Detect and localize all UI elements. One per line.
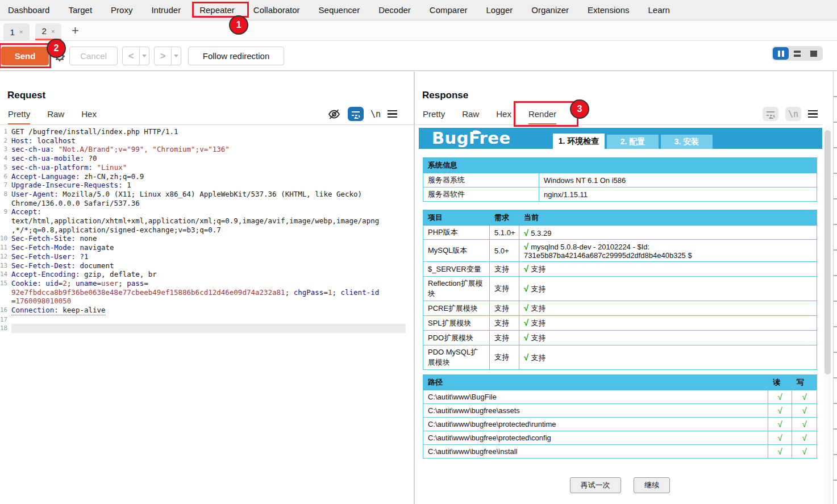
request-line[interactable]: 18 <box>0 324 414 333</box>
request-line[interactable]: 1GET /bugfree/install/index.php HTTP/1.1 <box>0 127 414 136</box>
back-button[interactable]: < <box>123 51 139 62</box>
menu-item-repeater[interactable]: Repeater1 <box>199 5 235 15</box>
word-wrap-toggle[interactable] <box>763 107 778 121</box>
request-line[interactable]: 4sec-ch-ua-mobile: ?0 <box>0 154 414 163</box>
install-step-1[interactable]: 1. 环境检查 <box>553 134 605 149</box>
line-text <box>11 324 406 333</box>
request-line[interactable]: 9Accept: <box>0 207 414 216</box>
path-permission-table: 路径读写C:\autit\www\BugFile√√C:\autit\www\b… <box>423 374 817 459</box>
line-text: sec-ch-ua-platform: "Linux" <box>11 163 127 172</box>
table-row: PHP版本5.1.0+√5.3.29 <box>423 226 817 240</box>
request-line[interactable]: 6Accept-Language: zh-CN,zh;q=0.9 <box>0 172 414 181</box>
eye-off-icon[interactable] <box>327 107 341 121</box>
check-current: √支持 <box>519 262 817 277</box>
newline-toggle[interactable]: \n <box>785 107 801 121</box>
layout-rows-button[interactable] <box>789 47 805 60</box>
path-permission-body: 路径读写C:\autit\www\BugFile√√C:\autit\www\b… <box>423 375 817 459</box>
add-tab-button[interactable]: + <box>72 23 79 38</box>
menu-item-target[interactable]: Target <box>68 5 92 15</box>
menu-item-comparer[interactable]: Comparer <box>430 5 468 15</box>
tab-response-raw[interactable]: Raw <box>462 109 479 125</box>
line-text: Accept-Language: zh-CN,zh;q=0.9 <box>11 172 144 181</box>
burp-repeater-window: DashboardTargetProxyIntruderRepeater1Col… <box>0 0 837 504</box>
check-current-value: 支持 <box>531 265 545 273</box>
menu-item-dashboard[interactable]: Dashboard <box>8 5 49 15</box>
menu-item-logger[interactable]: Logger <box>486 5 513 15</box>
layout-columns-button[interactable] <box>773 47 789 60</box>
forward-button[interactable]: > <box>155 51 171 62</box>
request-line[interactable]: Chrome/136.0.0.0 Safari/537.36 <box>0 199 414 208</box>
continue-button[interactable]: 继续 <box>634 477 670 493</box>
forward-history-dropdown[interactable] <box>171 47 181 65</box>
request-line[interactable]: 8User-Agent: Mozilla/5.0 (X11; Linux x86… <box>0 190 414 199</box>
newline-toggle[interactable]: \n <box>370 109 381 119</box>
request-line[interactable]: 2Host: localhost <box>0 136 414 145</box>
word-wrap-toggle[interactable] <box>348 107 364 121</box>
request-line[interactable]: 5sec-ch-ua-platform: "Linux" <box>0 163 414 172</box>
line-number: 15 <box>0 279 11 288</box>
request-line[interactable]: 12Sec-Fetch-User: ?1 <box>0 252 414 261</box>
install-step-2[interactable]: 2. 配置 <box>607 135 659 149</box>
follow-redirection-button[interactable]: Follow redirection <box>188 47 284 65</box>
tab-response-hex[interactable]: Hex <box>496 109 511 125</box>
close-icon[interactable]: × <box>51 28 55 35</box>
menu-item-sequencer[interactable]: Sequencer <box>319 5 360 15</box>
request-line[interactable]: text/html,application/xhtml+xml,applicat… <box>0 216 414 226</box>
request-line[interactable]: ,*/*;q=0.8,application/signed-exchange;v… <box>0 226 414 235</box>
request-editor[interactable]: 1GET /bugfree/install/index.php HTTP/1.1… <box>0 127 414 333</box>
request-line[interactable]: 17 <box>0 315 414 324</box>
tab-request-pretty[interactable]: Pretty <box>8 109 30 125</box>
request-line[interactable]: =1760098010050 <box>0 297 414 306</box>
retry-button[interactable]: 再试一次 <box>570 477 621 493</box>
cancel-button[interactable]: Cancel <box>69 47 118 65</box>
repeater-tab-row: 1 × 2 × + <box>0 21 837 41</box>
check-current-value: 支持 <box>531 319 545 327</box>
line-number <box>0 216 11 226</box>
read-check-icon: √ <box>768 445 792 459</box>
line-text: User-Agent: Mozilla/5.0 (X11; Linux x86_… <box>11 190 362 199</box>
back-history-dropdown[interactable] <box>139 47 149 65</box>
send-button-wrap: Send 2 <box>1 47 49 65</box>
menu-item-proxy[interactable]: Proxy <box>111 5 132 15</box>
send-button[interactable]: Send <box>1 47 49 65</box>
menu-item-collaborator[interactable]: Collaborator <box>253 5 300 15</box>
menu-item-intruder[interactable]: Intruder <box>151 5 181 15</box>
menu-item-organizer[interactable]: Organizer <box>531 5 569 15</box>
tab-response-pretty[interactable]: Pretty <box>423 109 445 125</box>
request-title: Request <box>7 90 45 101</box>
environment-check-body: 项目需求当前PHP版本5.1.0+√5.3.29MySQL版本5.0+√mysq… <box>423 210 817 370</box>
line-text: Accept: <box>11 207 41 216</box>
check-icon: √ <box>524 352 528 362</box>
editor-menu-icon[interactable] <box>808 110 818 118</box>
wrap-icon <box>351 110 361 119</box>
request-line[interactable]: 92e7fbdcca8b9f36be0638e48e77cbeeb49ef158… <box>0 288 414 297</box>
repeater-tab-2[interactable]: 2 × <box>35 23 61 40</box>
tab-request-raw[interactable]: Raw <box>47 109 64 125</box>
close-icon[interactable]: × <box>19 28 23 35</box>
line-number: 18 <box>0 324 11 333</box>
table-row: Reflection扩展模块支持√支持 <box>423 277 817 301</box>
menu-item-decoder[interactable]: Decoder <box>378 5 411 15</box>
request-line[interactable]: 3sec-ch-ua: "Not.A/Brand";v="99", "Chrom… <box>0 145 414 154</box>
request-line[interactable]: 13Sec-Fetch-Dest: document <box>0 261 414 270</box>
request-line[interactable]: 16Connection: keep-alive <box>0 306 414 315</box>
scrollbar-thumb[interactable] <box>824 130 831 374</box>
tab-request-hex[interactable]: Hex <box>81 109 97 125</box>
render-scrollbar[interactable] <box>824 125 831 504</box>
request-line[interactable]: 10Sec-Fetch-Site: none <box>0 234 414 243</box>
line-number: 16 <box>0 306 11 315</box>
tab-response-render[interactable]: Render 3 <box>528 109 556 125</box>
repeater-tab-1[interactable]: 1 × <box>3 23 30 40</box>
request-line[interactable]: 15Cookie: uid=2; uname=user; pass= <box>0 279 414 288</box>
table-header-row: 项目需求当前 <box>423 210 817 226</box>
install-step-3[interactable]: 3. 安装 <box>661 135 713 149</box>
line-number: 3 <box>0 145 11 154</box>
request-line[interactable]: 11Sec-Fetch-Mode: navigate <box>0 243 414 252</box>
layout-single-button[interactable] <box>806 47 822 60</box>
editor-menu-icon[interactable] <box>388 110 397 118</box>
request-line[interactable]: 7Upgrade-Insecure-Requests: 1 <box>0 181 414 190</box>
menu-item-learn[interactable]: Learn <box>648 5 669 15</box>
request-line[interactable]: 14Accept-Encoding: gzip, deflate, br <box>0 270 414 279</box>
menu-item-extensions[interactable]: Extensions <box>588 5 629 15</box>
check-required: 支持 <box>490 316 519 331</box>
